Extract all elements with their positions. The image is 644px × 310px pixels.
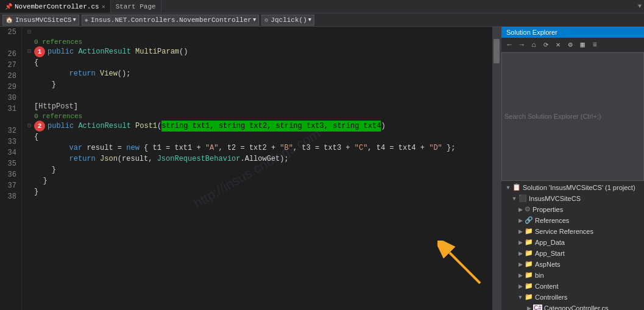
paren-26: () — [179, 46, 188, 57]
tree-controllers[interactable]: ▼ 📁 Controllers — [501, 292, 644, 303]
main-area: 25 26 27 28 29 30 31 32 33 34 35 36 37 3… — [0, 27, 644, 310]
code-line-25: ⊟ — [24, 27, 492, 38]
se-back-btn[interactable]: ← — [504, 40, 515, 51]
solution-label: Solution 'InsusMVCSiteCS' (1 project) — [523, 184, 635, 191]
se-search-input[interactable] — [501, 52, 644, 181]
references-label: References — [535, 217, 569, 224]
ln-29: 29 — [2, 82, 16, 93]
method-dropdown[interactable]: ⊙ Jqclick() ▼ — [261, 15, 314, 26]
tree-category-controller[interactable]: ▶ C# CategoryController.cs — [501, 303, 644, 311]
class-dropdown[interactable]: ◈ Insus.NET.Controllers.NovemberControll… — [82, 15, 259, 26]
fold-32[interactable]: ⊟ — [24, 121, 34, 131]
category-expand: ▶ — [525, 305, 533, 311]
brace-open-33: { — [34, 132, 38, 143]
str-a: "A" — [205, 143, 219, 153]
tree-project[interactable]: ▼ ⬛ InsusMVCSiteCS — [501, 193, 644, 204]
solution-explorer: Solution Explorer ← → ⌂ ⟳ ✕ ⚙ ▦ ≡ ▼ 📋 So… — [501, 27, 644, 310]
code-line-36: } — [24, 164, 492, 175]
class-dropdown-arrow: ▼ — [253, 17, 256, 23]
tab-scroll-btn[interactable]: ▼ — [635, 0, 644, 13]
project-icon: ⬛ — [518, 194, 527, 202]
cs-icon-category: C# — [533, 305, 542, 310]
kw-public-26: public — [48, 46, 78, 57]
tree-solution[interactable]: ▼ 📋 Solution 'InsusMVCSiteCS' (1 project… — [501, 182, 644, 193]
type-actionresult-26: ActionResult — [78, 46, 135, 57]
code-scrollbar[interactable] — [492, 27, 501, 310]
bin-expand: ▶ — [516, 272, 525, 278]
method-multiparam: MultiParam — [135, 46, 179, 57]
tab-start-label: Start Page — [116, 3, 156, 10]
solution-expand: ▼ — [504, 185, 512, 191]
references-icon: 🔗 — [525, 216, 533, 224]
method-json: Json — [100, 153, 118, 164]
tab-november-label: NovemberController.cs — [15, 3, 99, 10]
anon-obj: { t1 = txt1 + — [144, 143, 205, 153]
str-c: "C" — [355, 143, 368, 153]
scrollbar-thumb[interactable] — [494, 39, 500, 63]
ln-36: 36 — [2, 169, 16, 180]
se-stop-btn[interactable]: ✕ — [553, 40, 564, 51]
properties-label: Properties — [533, 206, 563, 213]
tab-pin-icon: 📌 — [5, 3, 12, 10]
ln-27: 27 — [2, 60, 16, 71]
se-settings-btn[interactable]: ⚙ — [565, 40, 576, 51]
tab-november-controller[interactable]: 📌 NovemberController.cs ✕ — [0, 0, 111, 13]
str-d: "D" — [429, 143, 442, 153]
str-b: "B" — [280, 143, 293, 153]
nav-bar: 🏠 InsusMVCSiteCS ▼ ◈ Insus.NET.Controlle… — [0, 13, 644, 27]
se-more-btn[interactable]: ≡ — [589, 40, 600, 51]
brace-close-29: } — [34, 79, 56, 90]
kw-return-28: return — [69, 68, 100, 79]
references-expand: ▶ — [516, 217, 525, 224]
project-dropdown-arrow: ▼ — [73, 17, 76, 23]
tab-close-icon[interactable]: ✕ — [102, 3, 105, 10]
method-dropdown-label: Jqclick() — [271, 16, 306, 24]
code-content: 25 26 27 28 29 30 31 32 33 34 35 36 37 3… — [0, 27, 501, 310]
se-forward-btn[interactable]: → — [516, 40, 527, 51]
close-anon: }; — [442, 143, 456, 153]
brace-open-26: { — [34, 57, 38, 68]
ln-28: 28 — [2, 71, 16, 82]
ln-32: 32 — [2, 125, 16, 136]
circle-2: 2 — [34, 121, 45, 132]
code-line-28: return View (); — [24, 68, 492, 79]
ln-33: 33 — [2, 136, 16, 147]
brace-close-37: } — [34, 175, 48, 186]
kw-new: new — [126, 143, 144, 153]
tree-bin[interactable]: ▶ 📁 bin — [501, 270, 644, 281]
tree-app-data[interactable]: ▶ 📁 App_Data — [501, 237, 644, 248]
brace-close-36: } — [34, 164, 56, 175]
var-result: result = — [87, 143, 126, 153]
tree-service-references[interactable]: ▶ 📁 Service References — [501, 226, 644, 237]
ln-34: 34 — [2, 147, 16, 158]
ln-30: 30 — [2, 93, 16, 104]
tree-content[interactable]: ▶ 📁 Content — [501, 281, 644, 292]
line-numbers: 25 26 27 28 29 30 31 32 33 34 35 36 37 3… — [0, 27, 22, 310]
aspnets-expand: ▶ — [516, 261, 525, 267]
tab-start-page[interactable]: Start Page — [111, 0, 161, 13]
tree-properties[interactable]: ▶ ⚙ Properties — [501, 204, 644, 215]
service-refs-icon: 📁 — [525, 227, 533, 235]
paren-open-32: ( — [157, 121, 161, 132]
fold-25[interactable]: ⊟ — [24, 27, 34, 37]
app-data-icon: 📁 — [525, 238, 533, 246]
json-params: (result, — [118, 153, 157, 164]
fold-26[interactable]: ⊟ — [24, 47, 34, 57]
se-home-btn[interactable]: ⌂ — [528, 40, 539, 51]
se-title: Solution Explorer — [506, 29, 557, 36]
method-view: View — [100, 68, 118, 79]
code-line-32: ⊟ 2 public ActionResult Post1 ( string t… — [24, 121, 492, 132]
se-toolbar: ← → ⌂ ⟳ ✕ ⚙ ▦ ≡ — [501, 38, 644, 52]
se-views-btn[interactable]: ▦ — [577, 40, 588, 51]
tree-app-start[interactable]: ▶ 📁 App_Start — [501, 248, 644, 259]
project-dropdown[interactable]: 🏠 InsusMVCSiteCS ▼ — [2, 15, 79, 26]
tree-aspnets[interactable]: ▶ 📁 AspNets — [501, 259, 644, 270]
code-line-ref2: 0 references — [24, 112, 492, 121]
tree-references[interactable]: ▶ 🔗 References — [501, 215, 644, 226]
kw-var: var — [69, 143, 87, 153]
code-line-33: { — [24, 132, 492, 143]
ln-ref2 — [2, 114, 16, 125]
properties-expand: ▶ — [516, 206, 525, 213]
paren-close-32: ) — [381, 121, 385, 132]
se-refresh-btn[interactable]: ⟳ — [540, 40, 551, 51]
